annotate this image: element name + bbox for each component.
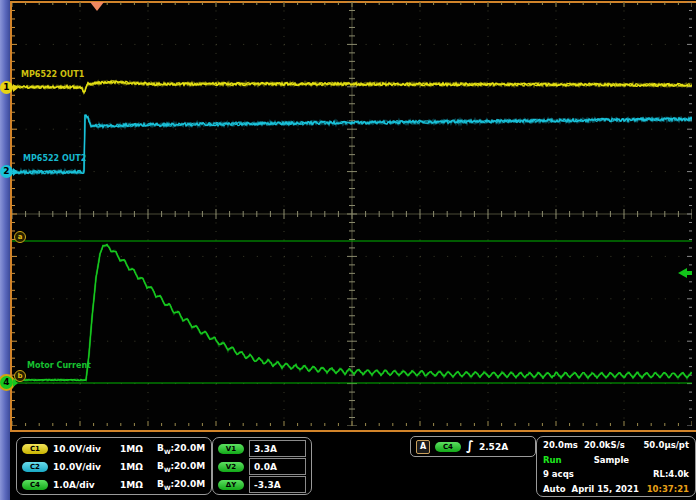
sample-rate: 20.0kS/s [584,440,625,450]
channel-c4-badge[interactable]: C4 [22,480,48,490]
cursor-b-handle[interactable]: b [14,370,26,382]
c1-impedance: 1MΩ [120,444,152,454]
timebase-value: 20.0ms [543,440,578,450]
channel-c1-badge[interactable]: C1 [22,444,48,454]
record-length: RL:4.0k [653,469,689,479]
trigger-position-marker[interactable] [90,2,104,11]
cursor-row-delta: ΔY -3.3A [213,476,311,494]
channel-row-c4: C4 1.0A/div 1MΩ BW:20.0M [17,476,211,494]
trace-label-ch4: Motor Current [27,361,91,370]
cursor-v1-value: 3.3A [249,440,306,457]
channel-2-ground-marker[interactable]: 2 [0,165,13,178]
readout-bar: C1 10.0V/div 1MΩ BW:20.0M C2 10.0V/div 1… [10,432,696,500]
trigger-readout-box: A C4 ∫ 2.52A [410,436,536,457]
channel-c2-badge[interactable]: C2 [22,462,48,472]
channel-4-ground-marker[interactable]: 4 [0,376,13,389]
channel-row-c2: C2 10.0V/div 1MΩ BW:20.0M [17,458,211,476]
acq-row-state: Run Sample [537,453,695,468]
cursor-v1-badge[interactable]: V1 [218,444,244,454]
cursor-a-handle[interactable]: a [14,231,26,243]
acq-row-count: 9 acqs RL:4.0k [537,467,695,482]
trigger-level-value: 2.52A [479,442,508,452]
c2-impedance: 1MΩ [120,462,152,472]
c4-scale: 1.0A/div [53,480,115,490]
c2-scale: 10.0V/div [53,462,115,472]
c4-bandwidth: BW:20.0M [157,479,205,491]
channel-2-marker-arrow-icon [13,168,18,176]
c1-scale: 10.0V/div [53,444,115,454]
window-edge [0,0,10,500]
cursor-row-v2: V2 0.0A [213,458,311,476]
acquisition-count: 9 acqs [543,469,574,479]
trigger-source-badge[interactable]: C4 [435,442,461,452]
trace-label-ch1: MP6522 OUT1 [21,70,84,79]
acq-row-timebase: 20.0ms 20.0kS/s 50.0µs/pt [537,438,695,453]
trace-label-ch2: MP6522 OUT2 [23,154,86,163]
trigger-row: A C4 ∫ 2.52A [411,437,535,456]
cursor-v2-value: 0.0A [249,458,306,475]
cursor-delta-badge[interactable]: ΔY [218,480,244,490]
sweep-mode: Auto [543,484,566,494]
acquisition-mode: Sample [594,455,629,465]
c2-bandwidth: BW:20.0M [157,461,205,473]
channel-1-ground-marker[interactable]: 1 [0,81,13,94]
c1-bandwidth: BW:20.0M [157,443,205,455]
graticule-svg [12,2,692,426]
cursor-delta-value: -3.3A [249,476,306,493]
date-text: April 15, 2021 [572,484,639,494]
run-status: Run [543,455,562,465]
time-text: 10:37:21 [647,484,689,494]
trigger-a-badge[interactable]: A [416,440,430,454]
resolution: 50.0µs/pt [643,440,689,450]
channel-row-c1: C1 10.0V/div 1MΩ BW:20.0M [17,440,211,458]
channel-1-marker-arrow-icon [13,84,18,92]
acq-row-datetime: Auto April 15, 2021 10:37:21 [537,482,695,497]
channel-settings-box: C1 10.0V/div 1MΩ BW:20.0M C2 10.0V/div 1… [16,437,212,495]
cursor-row-v1: V1 3.3A [213,440,311,458]
c4-impedance: 1MΩ [120,480,152,490]
cursor-v2-badge[interactable]: V2 [218,462,244,472]
cursor-readout-box: V1 3.3A V2 0.0A ΔY -3.3A [212,437,312,495]
oscilloscope-screenshot: MP6522 OUT1 MP6522 OUT2 Motor Current 1 … [0,0,696,500]
trigger-level-arrow[interactable] [678,268,687,278]
rising-edge-icon: ∫ [466,439,474,452]
acquisition-box: 20.0ms 20.0kS/s 50.0µs/pt Run Sample 9 a… [536,436,696,497]
